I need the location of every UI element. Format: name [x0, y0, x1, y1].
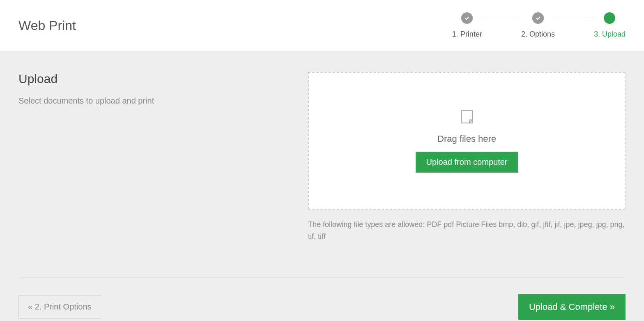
- step-label: 2. Options: [521, 30, 555, 39]
- content: Upload Select documents to upload and pr…: [0, 51, 644, 321]
- check-icon: [461, 12, 473, 24]
- footer-buttons: « 2. Print Options Upload & Complete »: [18, 294, 626, 320]
- document-icon: [459, 109, 475, 126]
- step-label: 1. Printer: [452, 30, 482, 39]
- step-connector: [482, 18, 521, 18]
- divider: [18, 277, 626, 278]
- step-printer[interactable]: 1. Printer: [452, 12, 482, 39]
- step-label: 3. Upload: [594, 30, 626, 39]
- section-subtitle: Select documents to upload and print: [18, 96, 292, 106]
- step-options[interactable]: 2. Options: [521, 12, 555, 39]
- back-button[interactable]: « 2. Print Options: [18, 295, 101, 319]
- upload-from-computer-button[interactable]: Upload from computer: [416, 152, 518, 173]
- content-right: Drag files here Upload from computer The…: [308, 72, 626, 242]
- stepper: 1. Printer 2. Options 3. Upload: [452, 12, 626, 39]
- drag-text: Drag files here: [437, 134, 496, 144]
- content-left: Upload Select documents to upload and pr…: [18, 72, 292, 242]
- allowed-file-types: The following file types are allowed: PD…: [308, 219, 626, 242]
- active-step-icon: [604, 12, 615, 24]
- page-title: Web Print: [18, 18, 76, 33]
- header: Web Print 1. Printer 2. Options 3. Uploa…: [0, 0, 644, 51]
- check-icon: [532, 12, 544, 24]
- step-connector: [555, 18, 594, 18]
- file-dropzone[interactable]: Drag files here Upload from computer: [308, 72, 626, 210]
- upload-complete-button[interactable]: Upload & Complete »: [518, 294, 626, 320]
- step-upload[interactable]: 3. Upload: [594, 12, 626, 39]
- section-title: Upload: [18, 72, 292, 86]
